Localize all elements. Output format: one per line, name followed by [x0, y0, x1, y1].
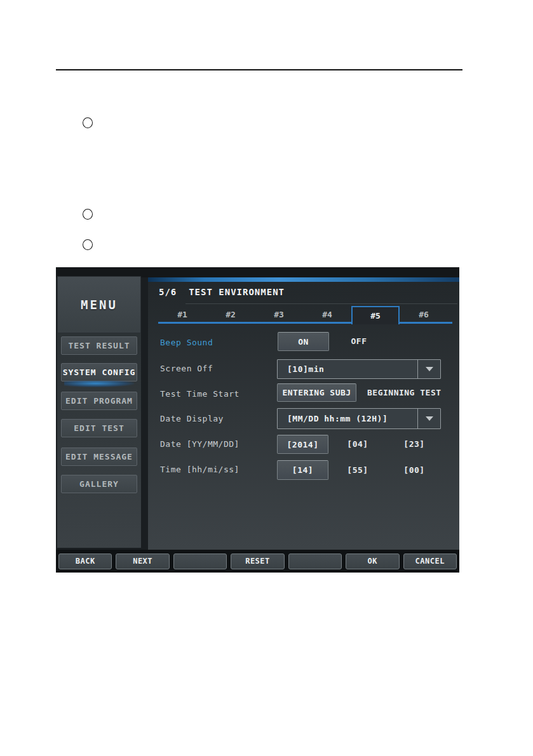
screen-off-label: Screen Off: [160, 363, 213, 375]
blank-button-1[interactable]: [173, 554, 227, 569]
menu-header: MENU: [57, 276, 141, 333]
beep-off-option[interactable]: OFF: [340, 336, 378, 347]
date-month-value[interactable]: [04]: [339, 439, 377, 450]
sidebar-item-edit-message[interactable]: EDIT MESSAGE: [61, 448, 137, 466]
tab-5-active[interactable]: #5: [351, 306, 400, 324]
beep-on-button[interactable]: ON: [278, 332, 329, 351]
date-display-label: Date Display: [160, 413, 224, 425]
bullet-circle: [83, 117, 93, 128]
content-panel: 5/6 TEST ENVIRONMENT #1 #2 #3 #4 #5 #6 B…: [148, 277, 459, 550]
date-label: Date [YY/MM/DD]: [160, 439, 240, 450]
bullet-circle: [83, 209, 93, 220]
beep-sound-label: Beep Sound: [160, 337, 213, 348]
footer-bar: BACK NEXT RESET OK CANCEL: [56, 550, 459, 573]
horizontal-rule: [56, 69, 462, 70]
date-display-value: [MM/DD hh:mm (12H)]: [278, 414, 417, 423]
dropdown-arrow-button[interactable]: [417, 409, 440, 428]
bullet-circle: [83, 239, 93, 250]
next-button[interactable]: NEXT: [116, 554, 169, 569]
date-day-value[interactable]: [23]: [395, 439, 433, 450]
entering-subj-button[interactable]: ENTERING SUBJ: [277, 383, 356, 402]
page-title: 5/6 TEST ENVIRONMENT: [159, 287, 285, 297]
tab-1[interactable]: #1: [158, 306, 206, 322]
time-second-value[interactable]: [00]: [395, 465, 433, 476]
sidebar-item-system-config[interactable]: SYSTEM CONFIG: [61, 363, 137, 381]
screen-off-dropdown[interactable]: [10]min: [277, 359, 441, 379]
sidebar-item-test-result[interactable]: TEST RESULT: [61, 336, 137, 355]
sidebar-item-edit-program[interactable]: EDIT PROGRAM: [61, 392, 137, 410]
title-separator: [186, 303, 457, 304]
device-settings-screenshot: MENU TEST RESULT SYSTEM CONFIG EDIT PROG…: [56, 267, 459, 573]
blank-button-2[interactable]: [288, 554, 342, 569]
tab-2[interactable]: #2: [206, 306, 255, 322]
time-hour-button[interactable]: [14]: [277, 460, 328, 480]
sidebar-item-edit-test[interactable]: EDIT TEST: [61, 419, 137, 437]
chevron-down-icon: [426, 416, 433, 421]
test-time-start-label: Test Time Start: [160, 388, 240, 400]
ok-button[interactable]: OK: [346, 554, 399, 569]
chevron-down-icon: [426, 367, 433, 371]
screen-off-value: [10]min: [278, 364, 417, 374]
tab-4[interactable]: #4: [303, 306, 351, 322]
top-blue-accent-band: [148, 277, 459, 282]
cancel-button[interactable]: CANCEL: [403, 554, 457, 569]
back-button[interactable]: BACK: [58, 554, 112, 569]
tab-6[interactable]: #6: [400, 306, 448, 322]
dropdown-arrow-button[interactable]: [417, 360, 440, 378]
time-minute-value[interactable]: [55]: [339, 465, 377, 476]
reset-button[interactable]: RESET: [231, 554, 284, 569]
tab-3[interactable]: #3: [255, 306, 303, 322]
date-display-dropdown[interactable]: [MM/DD hh:mm (12H)]: [277, 408, 441, 429]
date-year-button[interactable]: [2014]: [277, 435, 328, 454]
sidebar-item-gallery[interactable]: GALLERY: [61, 475, 137, 493]
time-label: Time [hh/mi/ss]: [160, 464, 240, 475]
beginning-test-option[interactable]: BEGINNING TEST: [367, 387, 438, 399]
manual-page: MENU TEST RESULT SYSTEM CONFIG EDIT PROG…: [0, 0, 533, 756]
menu-title: MENU: [81, 298, 118, 312]
